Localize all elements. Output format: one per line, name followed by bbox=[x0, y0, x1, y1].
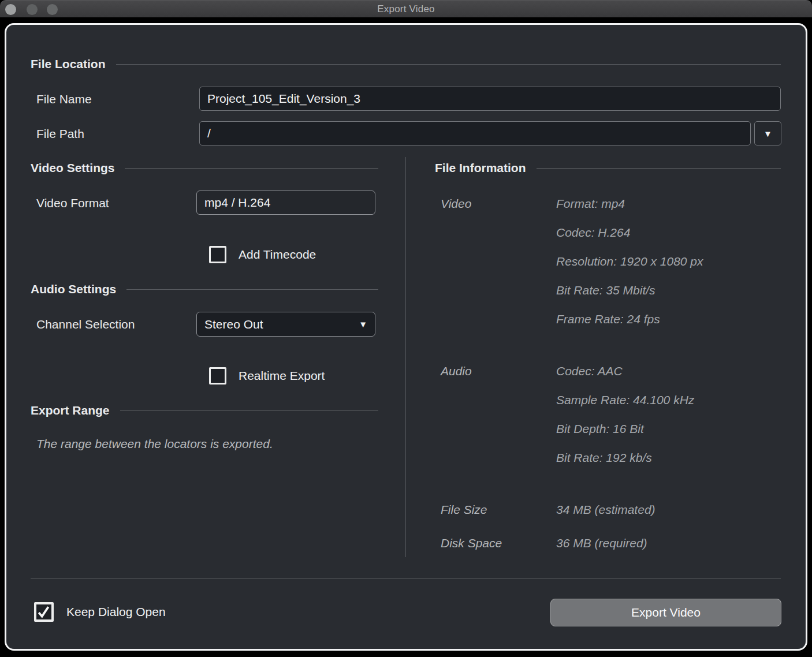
file-info-row: Resolution: 1920 x 1080 px bbox=[441, 255, 781, 270]
section-rule bbox=[116, 64, 781, 65]
file-name-label: File Name bbox=[36, 92, 92, 106]
section-rule bbox=[125, 168, 378, 169]
realtime-export-label: Realtime Export bbox=[239, 369, 325, 383]
file-info-row: Sample Rate: 44.100 kHz bbox=[441, 393, 781, 408]
footer-separator bbox=[31, 578, 781, 578]
file-info-value: Codec: AAC bbox=[556, 364, 623, 378]
export-range-note: The range between the locators is export… bbox=[36, 437, 273, 451]
chevron-down-icon: ▼ bbox=[763, 129, 772, 138]
section-rule bbox=[120, 410, 378, 411]
file-name-input[interactable]: Project_105_Edit_Version_3 bbox=[199, 87, 781, 111]
file-info-row: Frame Rate: 24 fps bbox=[441, 312, 781, 327]
section-video-settings: Video Settings bbox=[31, 161, 378, 175]
keep-dialog-open-label: Keep Dialog Open bbox=[66, 605, 166, 619]
section-file-location: File Location bbox=[31, 57, 781, 71]
add-timecode-checkbox-row[interactable]: Add Timecode bbox=[209, 246, 316, 263]
section-export-range: Export Range bbox=[31, 404, 378, 417]
file-info-value: Bit Depth: 16 Bit bbox=[556, 422, 644, 436]
export-video-button[interactable]: Export Video bbox=[550, 599, 781, 626]
audio-settings-heading: Audio Settings bbox=[31, 282, 116, 296]
add-timecode-checkbox[interactable] bbox=[209, 246, 226, 263]
file-info-row: Bit Rate: 35 Mbit/s bbox=[441, 283, 781, 298]
file-info-group-label: File Size bbox=[441, 503, 487, 517]
file-info-value: 36 MB (required) bbox=[556, 536, 647, 550]
file-location-heading: File Location bbox=[31, 57, 106, 71]
add-timecode-label: Add Timecode bbox=[239, 248, 316, 262]
file-info-value: Codec: H.264 bbox=[556, 226, 630, 240]
file-info-group-label: Disk Space bbox=[441, 536, 502, 550]
file-info-value: Bit Rate: 192 kb/s bbox=[556, 451, 652, 465]
section-rule bbox=[537, 168, 781, 169]
file-info-value: Sample Rate: 44.100 kHz bbox=[556, 393, 694, 407]
video-format-label: Video Format bbox=[36, 196, 109, 210]
export-dialog-panel bbox=[5, 23, 807, 651]
file-info-value: Resolution: 1920 x 1080 px bbox=[556, 255, 703, 268]
chevron-down-icon: ▼ bbox=[359, 320, 367, 328]
file-path-label: File Path bbox=[36, 127, 84, 141]
file-info-row: File Size 34 MB (estimated) bbox=[441, 503, 781, 518]
keep-dialog-open-checkbox[interactable] bbox=[34, 602, 54, 622]
file-info-group-label: Audio bbox=[441, 364, 472, 378]
file-info-row: Bit Rate: 192 kb/s bbox=[441, 451, 781, 466]
section-rule bbox=[126, 289, 378, 290]
file-info-row: Codec: H.264 bbox=[441, 226, 781, 241]
export-range-heading: Export Range bbox=[31, 404, 110, 417]
realtime-export-checkbox-row[interactable]: Realtime Export bbox=[209, 367, 325, 385]
file-info-row: Bit Depth: 16 Bit bbox=[441, 422, 781, 437]
section-audio-settings: Audio Settings bbox=[31, 282, 378, 296]
channel-selection-value: Stereo Out bbox=[204, 313, 263, 336]
file-info-row: Audio Codec: AAC bbox=[441, 364, 781, 379]
file-info-value: Format: mp4 bbox=[556, 197, 625, 211]
file-path-input[interactable]: / bbox=[199, 121, 751, 145]
video-format-value[interactable]: mp4 / H.264 bbox=[196, 191, 375, 215]
file-info-value: Bit Rate: 35 Mbit/s bbox=[556, 283, 655, 297]
file-information-heading: File Information bbox=[435, 161, 526, 175]
column-divider bbox=[405, 157, 406, 557]
realtime-export-checkbox[interactable] bbox=[209, 367, 226, 385]
video-settings-heading: Video Settings bbox=[31, 161, 114, 175]
file-info-group-label: Video bbox=[441, 197, 471, 211]
checkmark-icon bbox=[37, 605, 51, 619]
channel-selection-dropdown[interactable]: Stereo Out ▼ bbox=[196, 312, 375, 337]
window-title: Export Video bbox=[0, 3, 812, 15]
titlebar[interactable]: Export Video bbox=[0, 0, 812, 17]
file-info-row: Video Format: mp4 bbox=[441, 197, 781, 212]
keep-dialog-open-checkbox-row[interactable]: Keep Dialog Open bbox=[34, 602, 166, 622]
channel-selection-label: Channel Selection bbox=[36, 318, 135, 331]
section-file-information: File Information bbox=[435, 161, 781, 175]
file-info-row: Disk Space 36 MB (required) bbox=[441, 536, 781, 551]
file-path-dropdown-button[interactable]: ▼ bbox=[754, 121, 781, 145]
export-video-window: Export Video File Location File Name Pro… bbox=[0, 0, 812, 657]
file-info-value: 34 MB (estimated) bbox=[556, 503, 655, 517]
file-info-value: Frame Rate: 24 fps bbox=[556, 312, 660, 326]
